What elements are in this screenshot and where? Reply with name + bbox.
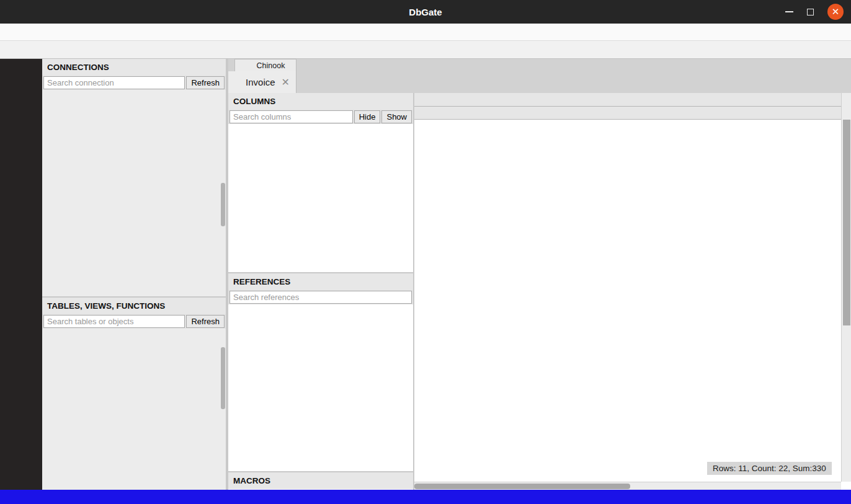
window-controls: ✕ <box>785 0 844 24</box>
columns-panel: COLUMNS Hide Show <box>228 93 413 272</box>
connections-panel: CONNECTIONS Refresh <box>42 59 226 296</box>
data-grid: Rows: 11, Count: 22, Sum:330 <box>414 93 851 490</box>
tab-strip: Chinook Invoice ✕ <box>228 59 851 93</box>
tab-group-label: Chinook <box>234 59 296 71</box>
columns-header: COLUMNS <box>228 93 413 110</box>
icon-rail <box>0 59 42 490</box>
tables-panel: TABLES, VIEWS, FUNCTIONS Refresh <box>42 296 226 490</box>
search-columns-input[interactable] <box>229 110 353 123</box>
grid-filter-row <box>414 107 851 120</box>
title-bar: DbGate ✕ <box>0 0 851 24</box>
selection-stats-tooltip: Rows: 11, Count: 22, Sum:330 <box>707 462 832 475</box>
maximize-icon[interactable] <box>807 9 814 15</box>
tab-invoice[interactable]: Invoice ✕ <box>228 71 296 93</box>
dbgate-window: DbGate ✕ CONNECTIONS Refresh TABLES, VIE… <box>0 0 851 504</box>
connections-refresh-button[interactable]: Refresh <box>186 76 225 89</box>
minimize-icon[interactable] <box>785 11 793 12</box>
search-tables-input[interactable] <box>43 315 185 328</box>
references-panel: REFERENCES <box>228 273 413 471</box>
close-icon[interactable]: ✕ <box>827 4 844 20</box>
show-button[interactable]: Show <box>381 110 412 123</box>
tables-tree <box>42 329 226 489</box>
toolbar <box>0 41 851 59</box>
grid-horizontal-scrollbar[interactable] <box>414 482 841 490</box>
status-bar <box>0 490 851 504</box>
references-header: REFERENCES <box>228 273 413 290</box>
tables-refresh-button[interactable]: Refresh <box>186 315 225 328</box>
search-connection-input[interactable] <box>43 76 185 89</box>
macros-panel: MACROS <box>228 472 413 490</box>
grid-vertical-scrollbar[interactable] <box>841 93 851 482</box>
search-references-input[interactable] <box>229 291 412 304</box>
connections-scrollbar[interactable] <box>221 183 225 226</box>
connections-header: CONNECTIONS <box>42 59 226 76</box>
hide-button[interactable]: Hide <box>354 110 381 123</box>
tables-scrollbar[interactable] <box>221 347 225 409</box>
columns-list <box>228 124 413 128</box>
table-icon <box>234 77 241 87</box>
connections-tree <box>42 90 226 294</box>
left-panel: CONNECTIONS Refresh TABLES, VIEWS, FUNCT… <box>42 59 226 490</box>
macros-header: MACROS <box>228 472 413 489</box>
tables-header: TABLES, VIEWS, FUNCTIONS <box>42 298 226 314</box>
menu-bar <box>0 24 851 41</box>
grid-header-row <box>414 93 851 107</box>
window-title: DbGate <box>409 7 442 17</box>
tab-close-icon[interactable]: ✕ <box>282 76 290 88</box>
